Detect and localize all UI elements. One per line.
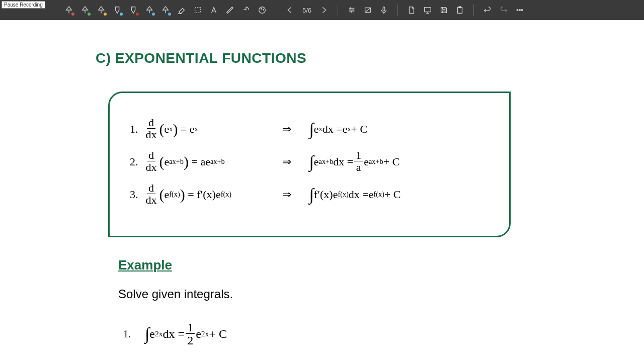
section-heading: C) EXPONENTIAL FUNCTIONS [96,50,644,66]
highlighter-1[interactable] [111,4,124,17]
page-icon[interactable] [405,4,418,17]
formula-box: 1. ddx (ex) = ex ⇒ ∫ex dx = ex + C 2. dd… [108,92,511,237]
text-icon[interactable] [207,4,220,17]
svg-point-11 [521,10,523,11]
svg-point-2 [261,8,262,9]
annotate-icon[interactable] [361,4,374,17]
svg-rect-0 [195,8,201,13]
svg-rect-5 [383,7,385,11]
paste-icon[interactable] [453,4,466,17]
highlighter-3[interactable] [143,4,156,17]
example-instruction: Solve given integrals. [118,287,644,301]
svg-point-9 [517,10,518,11]
separator [338,5,338,16]
toolbar: Pause Recording 5/6 [0,0,644,20]
highlighter-2[interactable] [127,4,140,17]
undo-button[interactable] [481,4,494,17]
recording-badge[interactable]: Pause Recording [2,1,45,9]
page-indicator: 5/6 [299,7,314,14]
pen-tool-3[interactable] [95,4,108,17]
separator [276,5,276,16]
svg-point-3 [263,9,264,10]
sliders-icon[interactable] [345,4,358,17]
pointer-icon[interactable] [239,4,253,17]
prev-page-button[interactable] [283,4,296,17]
formula-row: 1. ddx (ex) = ex ⇒ ∫ex dx = ex + C [130,117,494,141]
monitor-icon[interactable] [421,4,434,17]
formula-row: 2. ddx (eax+b) = aeax+b ⇒ ∫eax+b dx = 1a… [130,150,494,173]
document-page: C) EXPONENTIAL FUNCTIONS 1. ddx (ex) = e… [0,20,644,362]
pen-tool-2[interactable] [78,4,92,17]
example-heading: Example [118,257,644,273]
svg-point-10 [519,10,521,11]
redo-button[interactable] [497,4,510,17]
svg-point-1 [259,7,266,14]
pen-tool-1[interactable] [62,4,75,17]
palette-icon[interactable] [256,4,269,17]
example-row: 1. ∫e2x dx = 12 e2x + C [123,321,644,347]
separator [473,5,474,16]
pen-tool-4[interactable] [159,4,172,17]
svg-rect-6 [425,8,431,12]
mic-icon[interactable] [377,4,390,17]
formula-row: 3. ddx (ef(x)) = f′(x) ef(x) ⇒ ∫f′(x)ef(… [130,183,494,206]
save-icon[interactable] [437,4,450,17]
more-icon[interactable] [513,4,526,17]
separator [397,5,398,16]
next-page-button[interactable] [317,4,331,17]
eraser-icon[interactable] [175,4,188,17]
svg-rect-7 [458,8,462,14]
select-icon[interactable] [191,4,204,17]
ruler-icon[interactable] [223,4,236,17]
